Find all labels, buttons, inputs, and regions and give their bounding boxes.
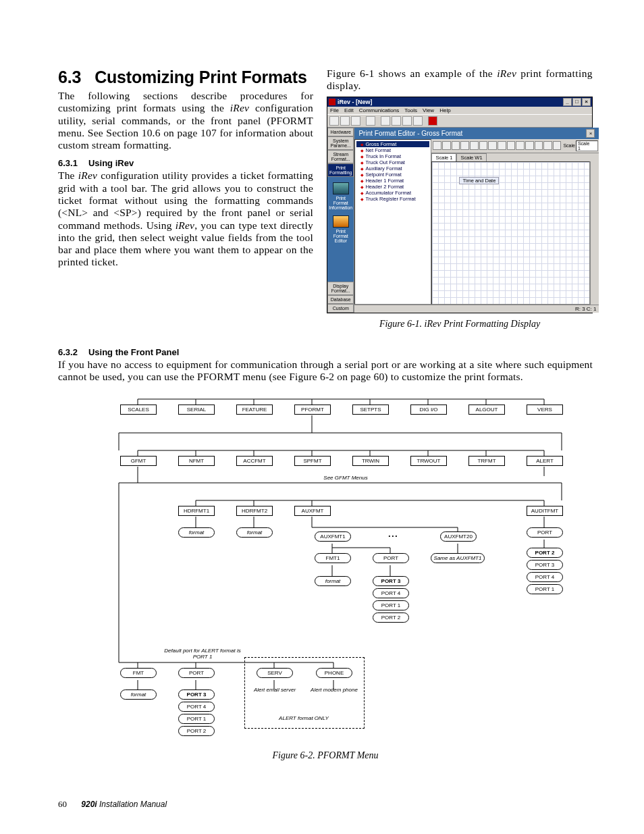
menu-file[interactable]: File bbox=[330, 107, 339, 113]
gt-11[interactable] bbox=[525, 141, 534, 150]
label-alert-only: ALERT format ONLY bbox=[263, 715, 344, 721]
menu-comm[interactable]: Communications bbox=[359, 107, 400, 113]
sub1-title: Using iRev bbox=[88, 158, 134, 168]
vertical-scrollbar[interactable] bbox=[590, 161, 599, 305]
node-vers: VERS bbox=[527, 405, 563, 415]
max-button[interactable]: □ bbox=[572, 98, 581, 106]
tb-paste[interactable] bbox=[402, 116, 412, 126]
tb-new[interactable] bbox=[329, 116, 339, 126]
tb-copy[interactable] bbox=[392, 116, 401, 126]
tree-truckin[interactable]: Truck In Format bbox=[356, 153, 429, 159]
tree-aux[interactable]: Auxiliary Format bbox=[356, 165, 429, 172]
port-alert-1: PORT 4 bbox=[178, 702, 215, 712]
figure2-caption: Figure 6-2. PFORMT Menu bbox=[58, 750, 593, 761]
note-alert-port: Default port for ALERT format is PORT 1 bbox=[162, 648, 243, 660]
sub1-paragraph: The iRev configuration utility provides … bbox=[58, 170, 313, 268]
menu-help[interactable]: Help bbox=[439, 107, 450, 113]
editor-titlebar: Print Format Editor - Gross Format × bbox=[354, 128, 599, 139]
min-button[interactable]: _ bbox=[563, 98, 572, 106]
oval-hdrfmt2: format bbox=[236, 527, 273, 538]
side-sysparam[interactable]: System Parame... bbox=[327, 136, 354, 150]
side-printfmt[interactable]: Print Formatting bbox=[327, 163, 354, 177]
tree-net[interactable]: Net Format bbox=[356, 147, 429, 153]
tab-scalew1[interactable]: Scale W1 bbox=[456, 153, 486, 161]
gt-4[interactable] bbox=[460, 141, 469, 150]
side-editor-icon[interactable]: Print Format Editor bbox=[327, 213, 354, 246]
status-bar: R: 3 C: 1 bbox=[354, 305, 599, 313]
gt-14[interactable] bbox=[553, 141, 562, 150]
tree-truckout[interactable]: Truck Out Format bbox=[356, 159, 429, 165]
node-auxfmt: AUXFMT bbox=[294, 506, 331, 516]
node-auditfmt: AUDITFMT bbox=[527, 506, 563, 516]
page-number: 60 bbox=[58, 799, 67, 809]
page-footer: 60 920i Installation Manual bbox=[58, 799, 167, 810]
main-toolbar bbox=[327, 114, 592, 128]
node-alert-serv: SERV bbox=[257, 668, 293, 678]
node-hdrfmt2: HDRFMT2 bbox=[236, 506, 273, 516]
sub1-number: 6.3.1 bbox=[58, 158, 78, 168]
node-algout: ALGOUT bbox=[468, 405, 505, 415]
scale-select[interactable]: Scale 1 bbox=[576, 140, 598, 151]
node-auxfmt20: AUXFMT20 bbox=[440, 531, 477, 542]
sidebar: Hardware System Parame... Stream Format.… bbox=[327, 128, 354, 313]
oval-alert-format: format bbox=[120, 689, 157, 700]
gt-9[interactable] bbox=[507, 141, 516, 150]
side-dispfmt[interactable]: Display Format... bbox=[327, 282, 354, 295]
figure1-caption: Figure 6-1. iRev Print Formatting Displa… bbox=[327, 319, 593, 330]
tree-truckreg[interactable]: Truck Register Format bbox=[356, 196, 429, 202]
grid-field-timedate[interactable]: Time and Date bbox=[459, 177, 499, 184]
node-hdrfmt1: HDRFMT1 bbox=[178, 506, 215, 516]
tree-acc[interactable]: Accumulator Format bbox=[356, 190, 429, 196]
tree-h1[interactable]: Header 1 Format bbox=[356, 178, 429, 184]
tb-undo[interactable] bbox=[413, 116, 423, 126]
node-alert: ALERT bbox=[527, 456, 563, 466]
sub2-number: 6.3.2 bbox=[58, 347, 78, 357]
node-trwout: TRWOUT bbox=[410, 456, 447, 466]
editor-close-icon[interactable]: × bbox=[586, 129, 595, 138]
gt-2[interactable] bbox=[442, 141, 451, 150]
gt-10[interactable] bbox=[516, 141, 525, 150]
scale-label: Scale bbox=[563, 143, 575, 148]
node-setpts: SETPTS bbox=[352, 405, 389, 415]
node-auxfmt1: AUXFMT1 bbox=[315, 531, 351, 542]
gt-1[interactable] bbox=[433, 141, 441, 150]
port-audit-0: PORT 2 bbox=[527, 548, 563, 558]
node-spfmt: SPFMT bbox=[294, 456, 331, 466]
gt-5[interactable] bbox=[470, 141, 479, 150]
gt-7[interactable] bbox=[488, 141, 497, 150]
tb-cut[interactable] bbox=[381, 116, 390, 126]
oval-aux-format: format bbox=[315, 576, 351, 586]
menu-edit[interactable]: Edit bbox=[344, 107, 354, 113]
gt-13[interactable] bbox=[543, 141, 552, 150]
tree-h2[interactable]: Header 2 Format bbox=[356, 184, 429, 190]
node-port-aux: PORT bbox=[373, 553, 409, 563]
gt-3[interactable] bbox=[452, 141, 460, 150]
side-db[interactable]: Database bbox=[327, 295, 354, 304]
tree-setpoint[interactable]: Setpoint Format bbox=[356, 172, 429, 178]
gt-8[interactable] bbox=[498, 141, 506, 150]
tb-stop[interactable] bbox=[428, 116, 437, 126]
side-streamfmt[interactable]: Stream Format... bbox=[327, 150, 354, 163]
tb-print[interactable] bbox=[366, 116, 375, 126]
tab-scale1[interactable]: Scale 1 bbox=[431, 153, 456, 161]
gt-12[interactable] bbox=[535, 141, 543, 150]
pformt-diagram: SCALES SERIAL FEATURE PFORMT SETPTS DIG … bbox=[82, 392, 568, 744]
menu-tools[interactable]: Tools bbox=[404, 107, 417, 113]
gt-6[interactable] bbox=[479, 141, 488, 150]
titlebar: iRev - [New] _ □ × bbox=[327, 97, 592, 107]
label-phone: Alert modem phone bbox=[311, 687, 358, 693]
app-icon bbox=[329, 99, 336, 105]
section-heading: 6.3Customizing Print Formats bbox=[58, 68, 313, 87]
right-intro: Figure 6-1 shows an example of the iRev … bbox=[327, 68, 593, 93]
tb-save[interactable] bbox=[351, 116, 360, 126]
menu-view[interactable]: View bbox=[423, 107, 434, 113]
node-gfmt: GFMT bbox=[120, 456, 157, 466]
format-grid[interactable]: Time and Date bbox=[431, 161, 590, 305]
port-aux-2: PORT 1 bbox=[373, 600, 409, 610]
side-info-icon[interactable]: Print Format Information bbox=[327, 180, 354, 213]
side-hardware[interactable]: Hardware bbox=[327, 128, 354, 136]
side-custom[interactable]: Custom bbox=[327, 304, 354, 313]
tree-gross[interactable]: Gross Format bbox=[356, 141, 429, 147]
tb-open[interactable] bbox=[340, 116, 350, 126]
close-button[interactable]: × bbox=[582, 98, 591, 106]
